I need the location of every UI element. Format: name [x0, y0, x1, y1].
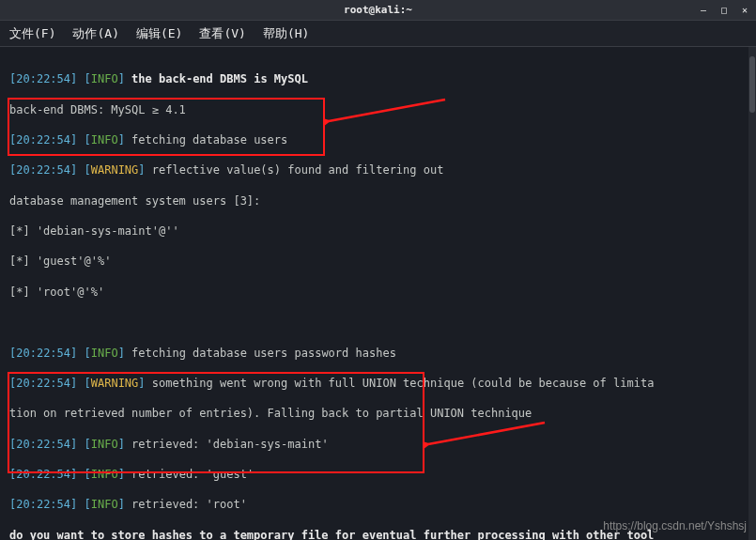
terminal-output[interactable]: [20:22:54] [INFO] the back-end DBMS is M… — [0, 47, 756, 540]
menu-view[interactable]: 查看(V) — [199, 25, 245, 42]
log-line: [20:22:54] [INFO] retrieved: 'debian-sys… — [9, 437, 747, 452]
log-line: [*] 'root'@'%' — [9, 285, 747, 300]
log-line: [20:22:54] [INFO] the back-end DBMS is M… — [9, 71, 747, 86]
log-line: tion on retrieved number of entries). Fa… — [9, 406, 747, 421]
watermark-text: https://blog.csdn.net/Yshshsj — [603, 519, 747, 532]
terminal-scrollbar[interactable] — [748, 47, 756, 540]
window-titlebar: root@kali:~ – □ ✕ — [0, 0, 756, 21]
maximize-icon[interactable]: □ — [717, 2, 732, 17]
menu-file[interactable]: 文件(F) — [9, 25, 55, 42]
scrollbar-thumb[interactable] — [749, 56, 755, 113]
close-icon[interactable]: ✕ — [737, 2, 752, 17]
log-line: [20:22:54] [WARNING] reflective value(s)… — [9, 162, 747, 177]
log-line: [20:22:54] [INFO] retrieved: 'guest' — [9, 467, 747, 482]
menu-bar: 文件(F) 动作(A) 编辑(E) 查看(V) 帮助(H) — [0, 21, 756, 47]
log-line: database management system users [3]: — [9, 193, 747, 208]
blank-line — [9, 315, 747, 330]
log-line: [*] 'debian-sys-maint'@'' — [9, 224, 747, 239]
menu-help[interactable]: 帮助(H) — [263, 25, 309, 42]
minimize-icon[interactable]: – — [696, 2, 711, 17]
log-line: [20:22:54] [INFO] fetching database user… — [9, 346, 747, 361]
log-line: [*] 'guest'@'%' — [9, 254, 747, 269]
log-line: [20:22:54] [INFO] fetching database user… — [9, 132, 747, 147]
menu-action[interactable]: 动作(A) — [72, 25, 118, 42]
log-line: back-end DBMS: MySQL ≥ 4.1 — [9, 102, 747, 117]
window-controls: – □ ✕ — [696, 2, 752, 17]
menu-edit[interactable]: 编辑(E) — [136, 25, 182, 42]
log-line: [20:22:54] [WARNING] something went wron… — [9, 376, 747, 391]
log-line: [20:22:54] [INFO] retrieved: 'root' — [9, 497, 747, 512]
window-title: root@kali:~ — [344, 4, 412, 16]
